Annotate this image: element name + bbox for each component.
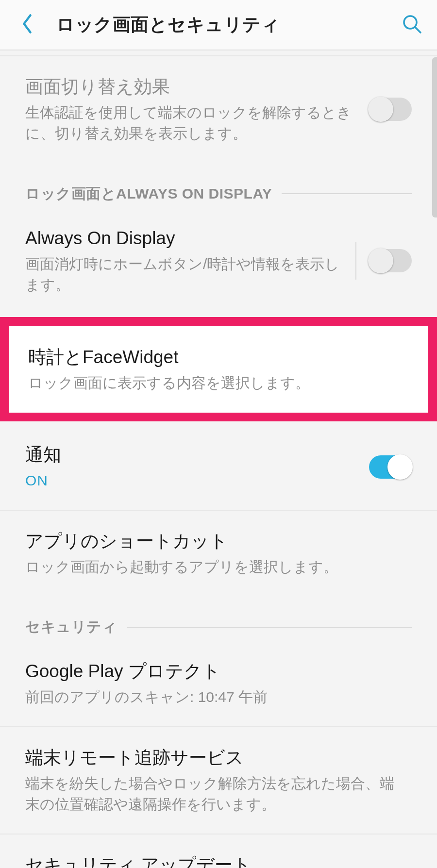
item-security-update[interactable]: セキュリティ アップデート xyxy=(0,835,437,868)
aod-toggle[interactable] xyxy=(369,249,412,272)
item-subtitle: 端末を紛失した場合やロック解除方法を忘れた場合、端末の位置確認や遠隔操作を行いま… xyxy=(25,773,402,815)
toggle-wrap xyxy=(369,455,412,479)
item-subtitle: 画面消灯時にホームボタン/時計や情報を表示します。 xyxy=(25,253,346,296)
transition-toggle[interactable] xyxy=(369,98,412,121)
page-title: ロック画面とセキュリティ xyxy=(56,13,401,37)
section-label: ロック画面とALWAYS ON DISPLAY xyxy=(25,184,272,204)
item-always-on-display[interactable]: Always On Display 画面消灯時にホームボタン/時計や情報を表示し… xyxy=(0,208,437,314)
section-header-security: セキュリティ xyxy=(0,596,437,641)
item-title: Always On Display xyxy=(25,226,346,250)
item-subtitle: 前回のアプリのスキャン: 10:47 午前 xyxy=(25,686,402,708)
highlight-box: 時計とFaceWidget ロック画面に表示する内容を選択します。 xyxy=(0,317,437,421)
back-icon[interactable] xyxy=(20,13,34,36)
item-title: 時計とFaceWidget xyxy=(28,345,399,369)
item-title: アプリのショートカット xyxy=(25,529,402,553)
notifications-toggle[interactable] xyxy=(369,455,412,479)
item-subtitle: 生体認証を使用して端末のロックを解除するときに、切り替え効果を表示します。 xyxy=(25,102,359,144)
item-title: セキュリティ アップデート xyxy=(25,853,402,868)
section-label: セキュリティ xyxy=(25,617,117,637)
item-subtitle: ロック画面に表示する内容を選択します。 xyxy=(28,372,399,394)
item-google-play-protect[interactable]: Google Play プロテクト 前回のアプリのスキャン: 10:47 午前 xyxy=(0,641,437,727)
item-remote-tracking[interactable]: 端末リモート追跡サービス 端末を紛失した場合やロック解除方法を忘れた場合、端末の… xyxy=(0,727,437,835)
item-subtitle: ON xyxy=(25,470,359,491)
settings-list: 画面切り替え効果 生体認証を使用して端末のロックを解除するときに、切り替え効果を… xyxy=(0,55,437,868)
item-transition-effect[interactable]: 画面切り替え効果 生体認証を使用して端末のロックを解除するときに、切り替え効果を… xyxy=(0,55,437,163)
item-title: 画面切り替え効果 xyxy=(25,75,359,99)
scrollbar[interactable] xyxy=(432,57,437,217)
item-title: Google Play プロテクト xyxy=(25,659,402,684)
divider xyxy=(282,193,412,194)
item-app-shortcut[interactable]: アプリのショートカット ロック画面から起動するアプリを選択します。 xyxy=(0,511,437,596)
item-title: 端末リモート追跡サービス xyxy=(25,746,402,770)
app-header: ロック画面とセキュリティ xyxy=(0,0,437,50)
item-title: 通知 xyxy=(25,443,359,467)
divider xyxy=(355,242,356,280)
item-notifications[interactable]: 通知 ON xyxy=(0,424,437,510)
search-icon[interactable] xyxy=(401,13,422,36)
section-header-aod: ロック画面とALWAYS ON DISPLAY xyxy=(0,163,437,208)
svg-line-1 xyxy=(415,27,420,33)
toggle-wrap xyxy=(369,98,412,121)
toggle-wrap xyxy=(355,242,412,280)
item-subtitle: ロック画面から起動するアプリを選択します。 xyxy=(25,556,402,578)
item-clock-facewidget[interactable]: 時計とFaceWidget ロック画面に表示する内容を選択します。 xyxy=(9,326,428,413)
divider xyxy=(127,627,412,628)
